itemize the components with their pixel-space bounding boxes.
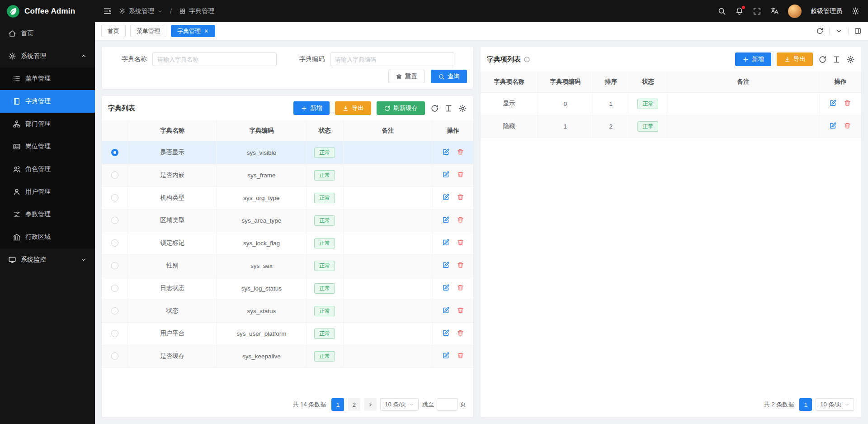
info-icon[interactable] <box>524 56 530 63</box>
row-select-radio[interactable] <box>111 285 118 292</box>
item-name-cell: 隐藏 <box>481 115 538 138</box>
dict-row[interactable]: 机构类型 sys_org_type 正常 <box>102 186 473 209</box>
row-select-radio[interactable] <box>111 172 118 179</box>
edit-icon[interactable] <box>442 261 450 269</box>
jump-page-input[interactable] <box>437 398 458 411</box>
collapse-sidebar-icon[interactable] <box>103 7 112 15</box>
tab-menu-management[interactable]: 菜单管理 <box>130 25 166 37</box>
user-name[interactable]: 超级管理员 <box>811 7 842 15</box>
sidebar-subitem-person[interactable]: 用户管理 <box>0 181 95 203</box>
dict-name-input[interactable] <box>152 52 277 66</box>
row-select-radio[interactable] <box>111 217 118 224</box>
edit-icon[interactable] <box>829 99 837 107</box>
dict-row[interactable]: 状态 sys_status 正常 <box>102 300 473 322</box>
column-settings-icon[interactable] <box>444 104 453 113</box>
breadcrumb-dict[interactable]: 字典管理 <box>179 7 214 15</box>
row-select-radio[interactable] <box>111 262 118 269</box>
page-button-1[interactable]: 1 <box>799 398 812 411</box>
edit-icon[interactable] <box>442 216 450 224</box>
edit-icon[interactable] <box>442 193 450 201</box>
sidebar-subitem-sliders[interactable]: 参数管理 <box>0 203 95 226</box>
row-select-radio[interactable] <box>111 353 118 360</box>
translate-icon[interactable] <box>770 7 779 15</box>
reset-button[interactable]: 重置 <box>388 70 425 83</box>
row-select-radio[interactable] <box>111 149 118 156</box>
table-settings-gear-icon[interactable] <box>458 104 467 113</box>
close-icon[interactable] <box>204 29 209 33</box>
delete-icon[interactable] <box>457 148 464 156</box>
sidebar-item-system-monitor[interactable]: 系统监控 <box>0 248 95 271</box>
dict-code-input[interactable] <box>330 52 454 66</box>
refresh-icon[interactable] <box>430 104 439 113</box>
chevron-down-icon[interactable] <box>835 27 843 35</box>
sidebar-subitem-people[interactable]: 角色管理 <box>0 158 95 181</box>
sidebar-subitem-idcard[interactable]: 岗位管理 <box>0 135 95 158</box>
tab-dict-management[interactable]: 字典管理 <box>171 25 215 37</box>
table-settings-gear-icon[interactable] <box>846 55 855 64</box>
delete-icon[interactable] <box>457 329 464 337</box>
delete-icon[interactable] <box>457 306 464 314</box>
refresh-cache-button[interactable]: 刷新缓存 <box>377 101 425 115</box>
dict-items-card: 字典项列表 新增 导出 <box>481 47 861 417</box>
dict-list-title: 字典列表 <box>108 104 135 113</box>
dict-row[interactable]: 是否显示 sys_visible 正常 <box>102 141 473 164</box>
dict-row[interactable]: 是否内嵌 sys_frame 正常 <box>102 164 473 186</box>
sidebar-item-home[interactable]: 首页 <box>0 22 95 45</box>
delete-icon[interactable] <box>457 216 464 224</box>
page-button-2[interactable]: 2 <box>348 398 360 411</box>
page-size-select[interactable]: 10 条/页 <box>380 398 419 411</box>
sidebar-subitem-list[interactable]: 菜单管理 <box>0 67 95 90</box>
refresh-icon[interactable] <box>818 55 827 64</box>
dict-row[interactable]: 区域类型 sys_area_type 正常 <box>102 209 473 232</box>
dict-item-row[interactable]: 隐藏 1 2 正常 <box>481 115 861 138</box>
refresh-icon[interactable] <box>816 27 824 35</box>
edit-icon[interactable] <box>442 306 450 314</box>
dict-row[interactable]: 用户平台 sys_user_platform 正常 <box>102 322 473 345</box>
row-select-radio[interactable] <box>111 307 118 314</box>
export-dict-button[interactable]: 导出 <box>335 101 371 115</box>
avatar[interactable] <box>788 5 802 18</box>
delete-icon[interactable] <box>457 284 464 291</box>
dict-row[interactable]: 是否缓存 sys_keepalive 正常 <box>102 345 473 367</box>
page-size-select[interactable]: 10 条/页 <box>816 398 854 411</box>
page-button-1[interactable]: 1 <box>331 398 344 411</box>
dict-row[interactable]: 性别 sys_sex 正常 <box>102 254 473 277</box>
query-button[interactable]: 查询 <box>431 70 467 83</box>
row-select-radio[interactable] <box>111 239 118 247</box>
edit-icon[interactable] <box>442 284 450 291</box>
delete-icon[interactable] <box>457 238 464 246</box>
settings-gear-icon[interactable] <box>851 7 860 15</box>
sidebar-subitem-book[interactable]: 字典管理 <box>0 90 95 113</box>
dict-row[interactable]: 锁定标记 sys_lock_flag 正常 <box>102 232 473 254</box>
edit-icon[interactable] <box>442 329 450 337</box>
delete-icon[interactable] <box>844 122 851 129</box>
add-dict-item-button[interactable]: 新增 <box>735 52 771 66</box>
tab-home[interactable]: 首页 <box>101 25 126 37</box>
delete-icon[interactable] <box>457 261 464 269</box>
export-dict-items-button[interactable]: 导出 <box>777 52 813 66</box>
edit-icon[interactable] <box>442 238 450 246</box>
delete-icon[interactable] <box>844 99 851 107</box>
edit-icon[interactable] <box>442 148 450 156</box>
delete-icon[interactable] <box>457 193 464 201</box>
delete-icon[interactable] <box>457 352 464 359</box>
sidebar-item-system-management[interactable]: 系统管理 <box>0 45 95 67</box>
dict-item-row[interactable]: 显示 0 1 正常 <box>481 92 861 115</box>
next-page-button[interactable] <box>364 398 377 411</box>
edit-icon[interactable] <box>829 122 837 129</box>
add-dict-button[interactable]: 新增 <box>293 101 330 115</box>
dict-row[interactable]: 日志状态 sys_log_status 正常 <box>102 277 473 300</box>
layout-icon[interactable] <box>854 27 862 35</box>
sidebar-subitem-tree[interactable]: 部门管理 <box>0 113 95 135</box>
edit-icon[interactable] <box>442 171 450 178</box>
column-settings-icon[interactable] <box>832 55 841 64</box>
notifications-button[interactable] <box>735 7 744 15</box>
sidebar-subitem-bank[interactable]: 行政区域 <box>0 226 95 248</box>
delete-icon[interactable] <box>457 171 464 178</box>
breadcrumb-system[interactable]: 系统管理 <box>119 7 163 15</box>
edit-icon[interactable] <box>442 352 450 359</box>
row-select-radio[interactable] <box>111 330 118 337</box>
search-icon[interactable] <box>717 7 726 15</box>
fullscreen-icon[interactable] <box>753 7 761 15</box>
row-select-radio[interactable] <box>111 194 118 201</box>
